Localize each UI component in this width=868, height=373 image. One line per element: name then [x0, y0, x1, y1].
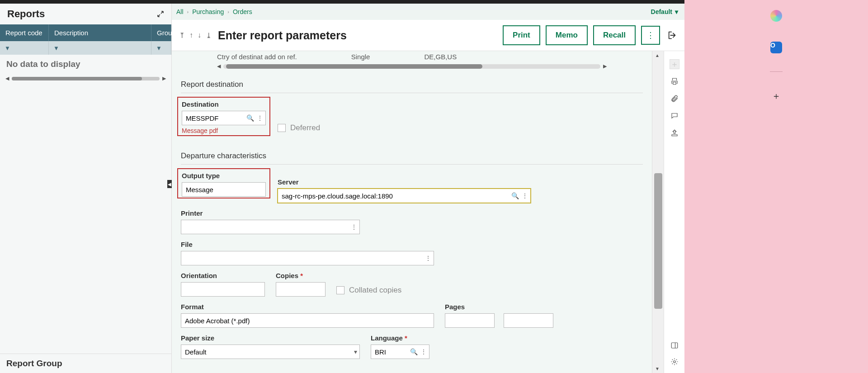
- recall-button[interactable]: Recall: [593, 25, 636, 45]
- kebab-icon[interactable]: ⋮: [420, 348, 427, 355]
- paper-size-select[interactable]: [181, 345, 360, 359]
- scroll-thumb[interactable]: [226, 64, 482, 69]
- view-default-dropdown[interactable]: Default ▾: [651, 8, 678, 15]
- outlook-icon[interactable]: O: [769, 40, 784, 55]
- left-panel-title: Reports: [7, 8, 45, 20]
- file-label: File: [181, 241, 434, 248]
- col-description[interactable]: Description: [49, 24, 151, 41]
- scroll-thumb[interactable]: [12, 77, 142, 80]
- prev-col-b: Single: [351, 53, 370, 61]
- server-field: Server 🔍 ⋮: [278, 178, 531, 203]
- panel-icon[interactable]: [670, 340, 679, 350]
- copilot-icon[interactable]: [769, 8, 784, 24]
- collated-checkbox[interactable]: [336, 286, 344, 294]
- main-v-scrollbar[interactable]: ▲ ▼: [652, 51, 664, 373]
- col-report-code[interactable]: Report code: [0, 24, 49, 41]
- comment-icon[interactable]: [670, 111, 679, 121]
- kebab-icon: ⋮: [646, 30, 655, 40]
- format-input[interactable]: [181, 313, 434, 328]
- deferred-checkbox[interactable]: [278, 124, 286, 132]
- grid-header: Report code Description Grou: [0, 24, 171, 41]
- collated-field: Collated copies: [336, 286, 401, 295]
- server-input[interactable]: [278, 189, 531, 203]
- col-group[interactable]: Grou: [151, 24, 171, 41]
- scroll-track[interactable]: [12, 77, 160, 80]
- output-type-highlight-box: Output type: [177, 168, 270, 198]
- kebab-icon[interactable]: ⋮: [425, 255, 431, 262]
- search-icon[interactable]: 🔍: [246, 114, 254, 122]
- scroll-left-icon[interactable]: ◀: [217, 63, 221, 69]
- copies-input[interactable]: [276, 282, 326, 297]
- language-field: Language 🔍 ⋮: [371, 334, 429, 359]
- print-icon[interactable]: [670, 76, 679, 86]
- collapse-left-panel[interactable]: ◀: [167, 180, 172, 188]
- printer-label: Printer: [181, 209, 360, 217]
- add-app-icon[interactable]: ＋: [769, 88, 784, 104]
- crumb-purchasing[interactable]: Purchasing: [192, 8, 224, 15]
- crumb-all[interactable]: All: [176, 8, 184, 15]
- exit-icon[interactable]: [667, 30, 677, 40]
- left-h-scrollbar[interactable]: ◀ ▶: [0, 74, 171, 83]
- chevron-right-icon: ›: [227, 9, 229, 14]
- printer-input[interactable]: [181, 220, 360, 234]
- last-record-icon[interactable]: ⤓: [206, 31, 212, 40]
- app-window: Reports Report code Description Grou ▼ ▼…: [0, 0, 684, 373]
- expand-icon[interactable]: [157, 10, 164, 18]
- prev-record-icon[interactable]: ↑: [189, 31, 193, 40]
- orientation-input[interactable]: [181, 282, 265, 297]
- scroll-left-icon[interactable]: ◀: [5, 76, 9, 81]
- crumb-orders[interactable]: Orders: [233, 8, 252, 15]
- left-panel: Reports Report code Description Grou ▼ ▼…: [0, 4, 172, 373]
- right-toolbar: ＋: [664, 51, 684, 373]
- output-type-input[interactable]: [182, 182, 266, 197]
- search-icon[interactable]: 🔍: [511, 192, 519, 199]
- chevron-down-icon: ▾: [675, 8, 678, 15]
- deferred-field: Deferred: [278, 123, 320, 132]
- language-label: Language: [371, 334, 429, 342]
- funnel-icon: ▼: [5, 45, 10, 52]
- scroll-right-icon[interactable]: ▶: [162, 76, 166, 81]
- chevron-down-icon[interactable]: ▾: [354, 348, 357, 355]
- add-icon: ＋: [670, 59, 679, 69]
- svg-rect-0: [671, 343, 678, 348]
- record-nav: ⤒ ↑ ↓ ⤓: [179, 31, 212, 40]
- format-label: Format: [181, 303, 434, 311]
- chevron-right-icon: ›: [187, 9, 189, 14]
- scroll-thumb[interactable]: [654, 173, 662, 309]
- copies-label: Copies: [276, 272, 326, 279]
- attachment-icon[interactable]: [670, 94, 679, 104]
- no-data-message: No data to display: [0, 55, 171, 74]
- filter-report-code[interactable]: ▼: [0, 41, 49, 55]
- settings-icon[interactable]: [670, 357, 679, 367]
- share-icon[interactable]: [670, 128, 679, 138]
- inner-h-scrollbar[interactable]: ◀ ▶: [181, 62, 643, 76]
- memo-button[interactable]: Memo: [546, 25, 588, 45]
- filter-group[interactable]: ▼: [151, 41, 171, 55]
- file-input[interactable]: [181, 251, 434, 265]
- search-icon[interactable]: 🔍: [410, 348, 418, 355]
- kebab-icon[interactable]: ⋮: [351, 223, 357, 231]
- divider: [770, 71, 783, 72]
- more-actions-button[interactable]: ⋮: [641, 26, 660, 45]
- output-type-label: Output type: [182, 172, 266, 179]
- kebab-icon[interactable]: ⋮: [522, 192, 528, 199]
- svg-point-2: [673, 361, 675, 363]
- scroll-up-icon[interactable]: ▲: [655, 53, 660, 58]
- printer-field: Printer ⋮: [181, 209, 360, 234]
- default-label: Default: [651, 8, 672, 15]
- filter-description[interactable]: ▼: [49, 41, 151, 55]
- next-record-icon[interactable]: ↓: [198, 31, 201, 40]
- pages-field: Pages: [445, 303, 553, 328]
- scroll-down-icon[interactable]: ▼: [655, 366, 660, 371]
- left-panel-header: Reports: [0, 4, 171, 24]
- scroll-track[interactable]: [223, 64, 600, 69]
- print-button[interactable]: Print: [503, 25, 540, 45]
- first-record-icon[interactable]: ⤒: [179, 31, 185, 40]
- pages-to-input[interactable]: [504, 313, 553, 328]
- scroll-right-icon[interactable]: ▶: [603, 63, 607, 69]
- page-title: Enter report parameters: [218, 29, 496, 42]
- pages-from-input[interactable]: [445, 313, 495, 328]
- prev-col-a: Ctry of destinat add on ref.: [217, 53, 297, 61]
- kebab-icon[interactable]: ⋮: [257, 114, 263, 122]
- report-group-header[interactable]: Report Group: [0, 354, 171, 373]
